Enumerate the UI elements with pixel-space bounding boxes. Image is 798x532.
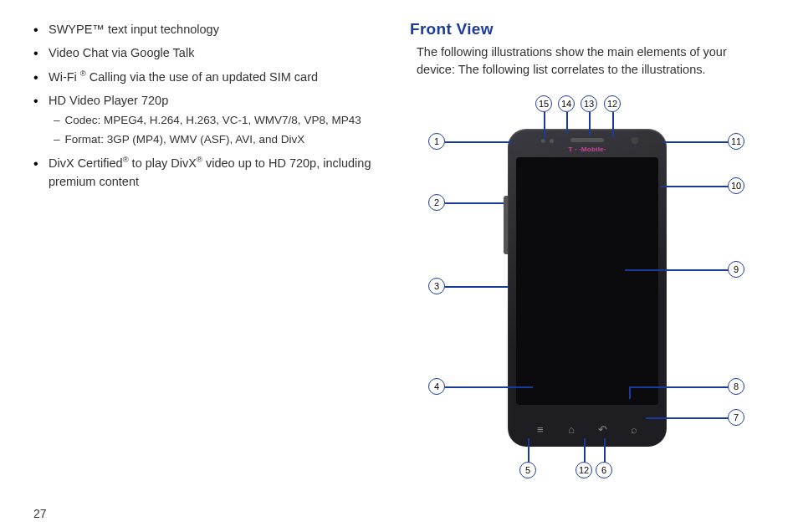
sub-list: Codec: MPEG4, H.264, H.263, VC-1, WMV7/8… xyxy=(49,112,385,149)
reg-mark: ® xyxy=(197,155,202,164)
feature-text: Video Chat via Google Talk xyxy=(49,46,194,59)
callout-6: 6 xyxy=(596,462,612,478)
page-number: 27 xyxy=(33,507,47,520)
leader-line xyxy=(566,112,568,134)
leader-line xyxy=(661,186,729,187)
leader-line xyxy=(528,438,529,463)
back-icon: ↶ xyxy=(596,423,611,435)
callout-15: 15 xyxy=(535,95,552,112)
list-item: Wi-Fi ® Calling via the use of an update… xyxy=(33,68,385,86)
sub-text: Codec: MPEG4, H.264, H.263, VC-1, WMV7/8… xyxy=(65,114,361,126)
callout-11: 11 xyxy=(728,133,744,150)
callout-5: 5 xyxy=(519,462,536,478)
leader-line xyxy=(584,438,586,463)
page: SWYPE™ text input technology Video Chat … xyxy=(0,0,798,532)
leader-line xyxy=(445,386,533,388)
callout-13: 13 xyxy=(581,95,597,112)
callout-4: 4 xyxy=(428,378,445,395)
device-diagram: T · ·Mobile· ≡ ⌂ ↶ ⌕ xyxy=(420,87,755,480)
list-item: DivX Certified® to play DivX® video up t… xyxy=(33,154,385,192)
sub-text: Format: 3GP (MP4), WMV (ASF), AVI, and D… xyxy=(65,133,305,146)
sensor-dot xyxy=(550,139,554,143)
callout-10: 10 xyxy=(728,177,744,194)
feature-text: HD Video Player 720p xyxy=(49,94,168,107)
home-icon: ⌂ xyxy=(564,423,579,435)
feature-text-pre: Wi-Fi xyxy=(49,70,80,84)
section-heading: Front View xyxy=(410,20,765,38)
callout-3: 3 xyxy=(428,278,445,294)
feature-list: SWYPE™ text input technology Video Chat … xyxy=(33,20,385,192)
leader-line xyxy=(646,417,729,419)
reg-mark: ® xyxy=(80,69,86,78)
reg-mark: ® xyxy=(123,155,129,164)
callout-8: 8 xyxy=(728,378,744,395)
feature-text-mid: to play DivX xyxy=(129,156,197,170)
leader-line xyxy=(445,141,512,143)
front-camera xyxy=(632,137,638,144)
leader-line xyxy=(445,286,508,288)
volume-rocker xyxy=(504,196,508,254)
callout-7: 7 xyxy=(728,409,744,426)
leader-line xyxy=(629,386,729,388)
search-icon: ⌕ xyxy=(627,423,642,435)
leader-line xyxy=(625,269,729,271)
phone-illustration: T · ·Mobile· ≡ ⌂ ↶ ⌕ xyxy=(508,129,667,447)
sub-item: Codec: MPEG4, H.264, H.263, VC-1, WMV7/8… xyxy=(49,112,385,130)
sensor-dot xyxy=(541,139,545,143)
callout-1: 1 xyxy=(428,133,445,150)
carrier-brand: T · ·Mobile· xyxy=(508,146,667,153)
leader-line xyxy=(629,386,631,399)
earpiece xyxy=(570,138,604,142)
list-item: SWYPE™ text input technology xyxy=(33,20,385,38)
callout-9: 9 xyxy=(728,261,744,278)
callout-14: 14 xyxy=(558,95,575,112)
callout-2: 2 xyxy=(428,194,445,211)
leader-line xyxy=(612,112,614,137)
sub-item: Format: 3GP (MP4), WMV (ASF), AVI, and D… xyxy=(49,131,385,149)
left-column: SWYPE™ text input technology Video Chat … xyxy=(33,20,385,515)
right-column: Front View The following illustrations s… xyxy=(410,20,765,515)
leader-line xyxy=(544,112,545,139)
callout-12-top: 12 xyxy=(604,95,621,112)
list-item: Video Chat via Google Talk xyxy=(33,43,385,62)
leader-line xyxy=(662,141,729,143)
feature-text: SWYPE™ text input technology xyxy=(49,23,219,36)
leader-line xyxy=(604,438,606,463)
feature-text-pre: DivX Certified xyxy=(49,156,123,170)
nav-button-row: ≡ ⌂ ↶ ⌕ xyxy=(508,423,667,435)
feature-text-post: Calling via the use of an updated SIM ca… xyxy=(86,70,318,84)
list-item: HD Video Player 720p Codec: MPEG4, H.264… xyxy=(33,91,385,148)
callout-12-bottom: 12 xyxy=(575,462,592,478)
leader-line xyxy=(445,202,504,204)
leader-line xyxy=(589,112,591,136)
section-intro: The following illustrations show the mai… xyxy=(410,43,765,79)
menu-icon: ≡ xyxy=(533,423,548,435)
